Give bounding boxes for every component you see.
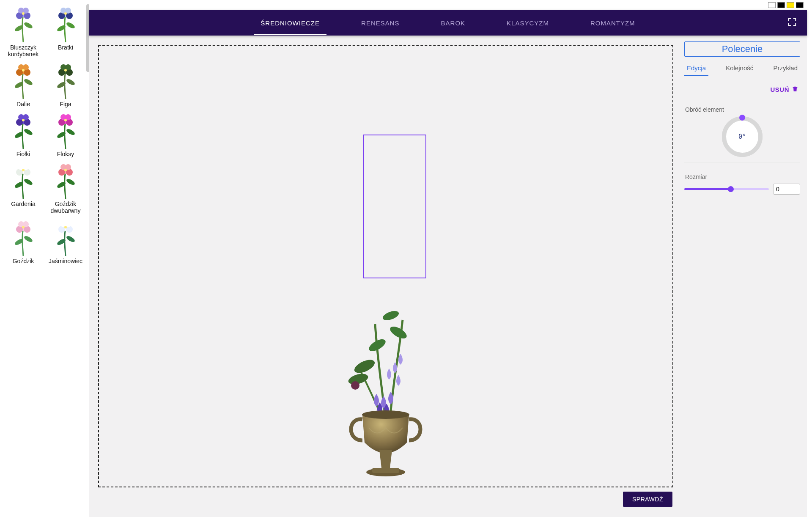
flower-thumb xyxy=(49,219,82,257)
era-tab-renesans[interactable]: RENESANS xyxy=(359,19,401,27)
flower-item-gozdzik[interactable]: Goździk xyxy=(3,218,43,265)
rotate-label: Obróć element xyxy=(685,106,800,113)
svg-point-85 xyxy=(351,381,359,390)
rotator-value: 0° xyxy=(738,133,746,140)
svg-point-7 xyxy=(22,12,25,15)
flower-palette: Bluszczyk kurdybanek Bratki Dalie xyxy=(0,0,89,517)
flower-thumb xyxy=(49,62,82,100)
flower-item-bluszczyk[interactable]: Bluszczyk kurdybanek xyxy=(3,4,43,58)
flower-thumb xyxy=(6,162,40,200)
svg-point-83 xyxy=(381,309,400,322)
flower-thumb xyxy=(6,5,40,43)
flower-label: Jaśminowiec xyxy=(49,258,82,264)
size-input[interactable] xyxy=(773,184,800,195)
svg-point-25 xyxy=(66,78,76,86)
check-button[interactable]: SPRAWDŹ xyxy=(623,492,672,507)
canvas-wrap: SPRAWDŹ xyxy=(93,40,678,513)
top-strip xyxy=(89,0,807,10)
subtab-edycja[interactable]: Edycja xyxy=(684,62,708,76)
flower-thumb xyxy=(49,5,82,43)
svg-point-9 xyxy=(66,21,76,30)
svg-point-39 xyxy=(22,119,25,121)
svg-point-23 xyxy=(22,69,25,72)
flower-item-bratki[interactable]: Bratki xyxy=(46,4,85,58)
flower-label: Goździk dwubarwny xyxy=(47,201,85,214)
flower-item-gardenia[interactable]: Gardenia xyxy=(3,161,43,215)
svg-point-82 xyxy=(388,324,409,341)
svg-point-65 xyxy=(23,235,33,243)
flower-label: Fiołki xyxy=(16,151,30,157)
flower-label: Goździk xyxy=(13,258,34,264)
era-tab-romantyzm[interactable]: ROMANTYZM xyxy=(589,19,637,27)
svg-point-80 xyxy=(352,357,376,376)
era-tab-średniowiecze[interactable]: ŚREDNIOWIECZE xyxy=(259,19,321,27)
main-area: ŚREDNIOWIECZERENESANSBAROKKLASYCYZMROMAN… xyxy=(89,0,812,517)
flower-label: Bratki xyxy=(58,44,73,51)
flower-label: Figa xyxy=(60,101,71,107)
size-label: Rozmiar xyxy=(685,173,800,180)
trash-icon xyxy=(792,85,798,94)
subtab-kolejność[interactable]: Kolejność xyxy=(723,62,756,76)
size-slider-knob[interactable] xyxy=(728,186,734,192)
svg-point-86 xyxy=(362,410,409,419)
subtab-przykład[interactable]: Przykład xyxy=(771,62,800,76)
swatch-white[interactable] xyxy=(768,2,776,8)
delete-label: USUŃ xyxy=(770,86,789,93)
svg-point-41 xyxy=(66,128,76,136)
svg-point-17 xyxy=(23,78,33,86)
era-bar: ŚREDNIOWIECZERENESANSBAROKKLASYCYZMROMAN… xyxy=(89,10,807,36)
svg-point-31 xyxy=(64,69,67,72)
size-slider[interactable] xyxy=(684,188,769,190)
swatch-yellow[interactable] xyxy=(787,2,794,8)
flower-thumb xyxy=(49,162,82,200)
svg-point-79 xyxy=(64,226,67,228)
svg-point-71 xyxy=(22,226,25,228)
flower-item-fiolki[interactable]: Fiołki xyxy=(3,111,43,158)
svg-rect-88 xyxy=(372,468,399,473)
svg-point-15 xyxy=(64,12,67,15)
canvas-area[interactable] xyxy=(98,45,673,487)
flower-thumb xyxy=(49,112,82,150)
svg-point-57 xyxy=(66,178,76,187)
flower-label: Dalie xyxy=(16,101,30,107)
flower-label: Gardenia xyxy=(11,201,36,207)
delete-button[interactable]: USUŃ xyxy=(684,76,800,95)
svg-point-73 xyxy=(66,235,76,243)
svg-point-47 xyxy=(64,119,67,121)
flower-item-gozdzik2[interactable]: Goździk dwubarwny xyxy=(46,161,85,215)
era-tab-klasycyzm[interactable]: KLASYCYZM xyxy=(505,19,551,27)
side-panel: Polecenie EdycjaKolejnośćPrzykład USUŃ O… xyxy=(684,40,803,513)
flower-label: Floksy xyxy=(57,151,74,157)
flower-thumb xyxy=(6,112,40,150)
instruction-button[interactable]: Polecenie xyxy=(684,41,800,57)
svg-point-33 xyxy=(23,128,33,136)
svg-point-1 xyxy=(23,21,33,30)
svg-point-55 xyxy=(22,169,25,171)
flower-item-figa[interactable]: Figa xyxy=(46,61,85,108)
fullscreen-icon[interactable] xyxy=(787,17,797,28)
rotator-knob[interactable] xyxy=(739,115,745,121)
svg-point-49 xyxy=(23,178,33,187)
flower-item-dalie[interactable]: Dalie xyxy=(3,61,43,108)
era-tab-barok[interactable]: BAROK xyxy=(439,19,467,27)
flower-thumb xyxy=(6,219,40,257)
rotator[interactable]: 0° xyxy=(684,116,800,162)
swatch-black2[interactable] xyxy=(796,2,804,8)
flower-label: Bluszczyk kurdybanek xyxy=(4,44,42,58)
canvas-vase[interactable] xyxy=(339,400,432,487)
swatch-black[interactable] xyxy=(777,2,785,8)
selection-box[interactable] xyxy=(363,135,426,278)
svg-point-63 xyxy=(64,169,67,171)
flower-item-jasminowiec[interactable]: Jaśminowiec xyxy=(46,218,85,265)
flower-thumb xyxy=(6,62,40,100)
flower-item-floksy[interactable]: Floksy xyxy=(46,111,85,158)
